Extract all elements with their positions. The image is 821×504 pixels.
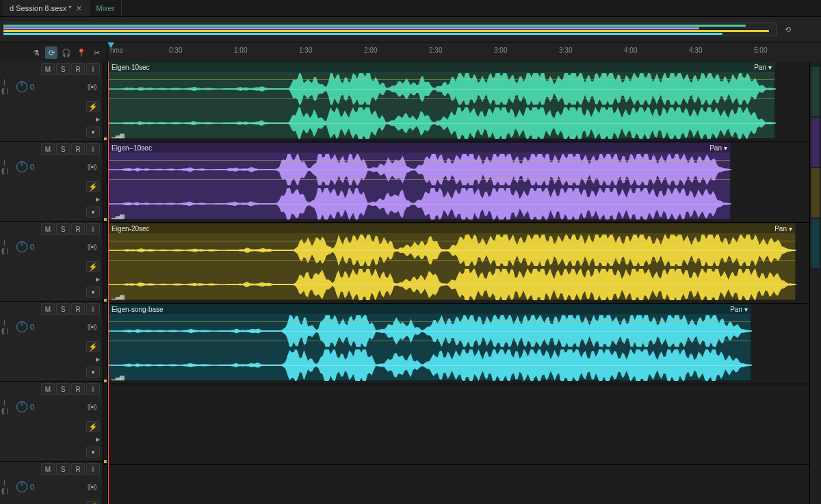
zoom-reset-icon[interactable]: ⟲ (781, 23, 794, 36)
fx-button[interactable]: ⚡ (86, 501, 100, 504)
track-lane[interactable] (108, 465, 809, 504)
clip-pan-dropdown[interactable]: Pan ▾ (774, 225, 792, 233)
output-dropdown[interactable]: ▾ (86, 287, 100, 297)
clip-pan-dropdown[interactable]: Pan ▾ (730, 306, 748, 313)
r-button[interactable]: R (71, 383, 85, 395)
fx-button[interactable]: ⚡ (86, 261, 100, 272)
i-button[interactable]: I (86, 463, 100, 475)
playhead-handle[interactable] (107, 42, 114, 49)
s-button[interactable]: S (56, 223, 70, 235)
send-arrow-icon[interactable]: ▶ (96, 356, 100, 362)
fx-button[interactable]: ⚡ (86, 101, 100, 112)
volume-knob[interactable] (16, 481, 27, 492)
clip-name: Eigen--10sec (112, 144, 152, 152)
pin-tool-icon[interactable]: 📍 (75, 47, 88, 59)
snap-tool-icon[interactable]: ⟳ (45, 47, 57, 59)
volume-knob[interactable] (16, 81, 27, 92)
audio-clip[interactable]: Eigen--10secPan ▾▁▃▅ (108, 142, 731, 220)
m-button[interactable]: M (41, 223, 55, 235)
track-lane[interactable] (108, 384, 809, 465)
track-header[interactable]: MSRI｜((｜0((●))⚡▶▾ (0, 302, 103, 382)
r-button[interactable]: R (71, 463, 85, 475)
i-button[interactable]: I (86, 223, 100, 235)
fx-button[interactable]: ⚡ (86, 421, 100, 432)
send-arrow-icon[interactable]: ▶ (96, 276, 100, 282)
timeline-overview[interactable]: ⟲ (0, 17, 821, 42)
audio-clip[interactable]: Eigen-10secPan ▾▁▃▅ (108, 62, 775, 139)
r-button[interactable]: R (71, 143, 85, 155)
m-button[interactable]: M (41, 463, 55, 475)
track-lane[interactable]: Eigen-20secPan ▾▁▃▅ (108, 223, 809, 304)
ruler-tick: 3:30 (559, 47, 572, 54)
fx-button[interactable]: ⚡ (86, 341, 100, 352)
clip-pan-dropdown[interactable]: Pan ▾ (709, 144, 727, 152)
track-header[interactable]: MSRI｜((｜0((●))⚡▶▾ (0, 62, 103, 142)
stereo-icon: ｜((｜ (1, 78, 14, 96)
track-header[interactable]: MSRI｜((｜0((●))⚡▶▾ (0, 142, 103, 222)
volume-knob[interactable] (16, 241, 27, 252)
s-button[interactable]: S (56, 383, 70, 395)
track-header[interactable]: MSRI｜((｜0((●))⚡▶▾ (0, 382, 103, 462)
output-dropdown[interactable]: ▾ (86, 207, 100, 217)
audio-clip[interactable]: Eigen-20secPan ▾▁▃▅ (108, 223, 796, 300)
overview-track[interactable] (3, 23, 777, 36)
pan-icon: ((●)) (88, 83, 100, 90)
clip-pan-dropdown[interactable]: Pan ▾ (754, 64, 772, 71)
track-header[interactable]: MSRI｜((｜0((●))⚡▶▾ (0, 222, 103, 302)
m-button[interactable]: M (41, 383, 55, 395)
scrollbar-clip-indicator (811, 219, 820, 268)
scrollbar-clip-indicator (811, 168, 820, 217)
chevron-down-icon: ▾ (744, 306, 748, 313)
ruler-tick: 5:00 (754, 47, 767, 54)
overview-clip-bar (3, 27, 699, 29)
output-dropdown[interactable]: ▾ (86, 367, 100, 377)
session-tab[interactable]: d Session 8.sesx * ✕ (3, 0, 90, 16)
m-button[interactable]: M (41, 303, 55, 315)
cut-tool-icon[interactable]: ✂ (90, 47, 103, 59)
stereo-icon: ｜((｜ (1, 238, 14, 256)
send-arrow-icon[interactable]: ▶ (96, 196, 100, 202)
volume-knob[interactable] (16, 161, 27, 172)
close-icon[interactable]: ✕ (76, 4, 82, 13)
fx-button[interactable]: ⚡ (86, 181, 100, 192)
volume-value: 0 (30, 403, 38, 411)
mixer-tab[interactable]: Mixer (90, 0, 122, 16)
m-button[interactable]: M (41, 143, 55, 155)
output-dropdown[interactable]: ▾ (86, 127, 100, 137)
send-arrow-icon[interactable]: ▶ (96, 116, 100, 122)
s-button[interactable]: S (56, 63, 70, 75)
s-button[interactable]: S (56, 463, 70, 475)
vertical-scrollbar[interactable] (809, 62, 821, 504)
time-ruler[interactable]: hms 0:301:001:302:002:303:003:304:004:30… (107, 42, 821, 63)
volume-knob[interactable] (16, 321, 27, 332)
r-button[interactable]: R (71, 223, 85, 235)
overview-clip-bar (3, 25, 746, 27)
scrollbar-clip-indicator (811, 118, 820, 167)
audio-clip[interactable]: Eigen-song-basePan ▾▁▃▅ (108, 304, 751, 381)
s-button[interactable]: S (56, 143, 70, 155)
volume-knob[interactable] (16, 401, 27, 412)
track-header[interactable]: MSRI｜((｜0((●))⚡▶▾ (0, 462, 103, 504)
r-button[interactable]: R (71, 303, 85, 315)
volume-value: 0 (30, 163, 38, 171)
track-lane[interactable]: Eigen--10secPan ▾▁▃▅ (108, 142, 809, 223)
s-button[interactable]: S (56, 303, 70, 315)
r-button[interactable]: R (71, 63, 85, 75)
ruler-tick: 1:00 (234, 47, 247, 54)
track-lane[interactable]: Eigen-song-basePan ▾▁▃▅ (108, 304, 809, 384)
clip-lanes[interactable]: Eigen-10secPan ▾▁▃▅Eigen--10secPan ▾▁▃▅E… (108, 62, 809, 504)
i-button[interactable]: I (86, 303, 100, 315)
volume-value: 0 (30, 83, 38, 91)
fx-tool-icon[interactable]: ⚗ (30, 47, 42, 59)
ruler-tick: 3:00 (494, 47, 507, 54)
track-lane[interactable]: Eigen-10secPan ▾▁▃▅ (108, 62, 809, 142)
i-button[interactable]: I (86, 63, 100, 75)
headphones-icon[interactable]: 🎧 (60, 47, 73, 59)
level-icon: ▁▃▅ (112, 293, 124, 300)
i-button[interactable]: I (86, 383, 100, 395)
i-button[interactable]: I (86, 143, 100, 155)
m-button[interactable]: M (41, 63, 55, 75)
output-dropdown[interactable]: ▾ (86, 447, 100, 457)
send-arrow-icon[interactable]: ▶ (96, 436, 100, 442)
ruler-tick: 4:30 (689, 47, 702, 54)
